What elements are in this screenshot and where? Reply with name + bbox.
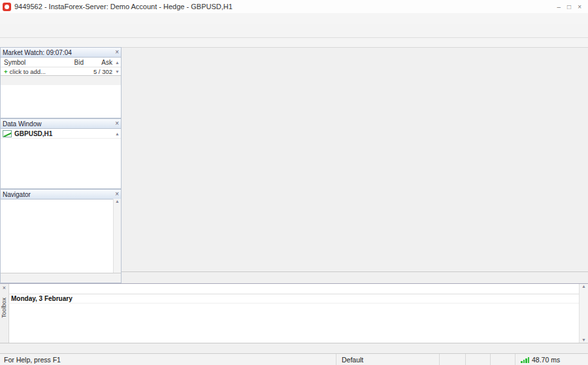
data-window-header[interactable]: Data Window ×: [1, 119, 121, 129]
app-logo-icon: [3, 3, 11, 11]
title-bar: 9449562 - InstaForex-Server: Demo Accoun…: [0, 0, 588, 14]
navigator-panel: Navigator × ▲: [0, 189, 122, 283]
calendar-scrollbar[interactable]: ▲▼: [579, 284, 588, 343]
charts-area: [122, 48, 586, 271]
column-bid[interactable]: Bid: [54, 59, 84, 66]
market-watch-header[interactable]: Market Watch: 09:07:04 ×: [1, 48, 121, 58]
maximize-button[interactable]: □: [567, 3, 571, 10]
scroll-up-icon[interactable]: ▲: [114, 60, 121, 65]
column-ask[interactable]: Ask: [84, 59, 114, 66]
window-controls: – □ ×: [557, 3, 585, 10]
latency-text: 48.70 ms: [532, 356, 560, 364]
column-symbol[interactable]: Symbol: [1, 59, 54, 66]
data-window-title: Data Window: [3, 120, 41, 128]
navigator-close-icon[interactable]: ×: [115, 191, 119, 198]
navigator-header[interactable]: Navigator ×: [1, 190, 121, 200]
close-button[interactable]: ×: [578, 3, 581, 10]
toolbox-label: Toolbox: [1, 298, 7, 318]
scroll-down-icon[interactable]: ▼: [114, 69, 121, 74]
market-watch-panel: Market Watch: 09:07:04 × Symbol Bid Ask …: [0, 47, 122, 118]
symbol-count: 5 / 302: [93, 68, 114, 75]
minimize-button[interactable]: –: [557, 3, 561, 10]
scroll-up-icon[interactable]: ▲: [114, 131, 121, 136]
calendar-group-row: Monday, 3 February: [8, 294, 580, 304]
chart-icon: [3, 130, 12, 137]
connection-signal-icon: [521, 356, 529, 363]
data-window-symbol-row: GBPUSD,H1 ▲: [1, 129, 121, 139]
status-cell-2: [465, 354, 490, 365]
status-profile[interactable]: Default: [336, 354, 439, 365]
market-watch-column-header[interactable]: Symbol Bid Ask ▲: [1, 58, 121, 67]
toolbox-strip: × Toolbox: [0, 284, 9, 343]
navigator-scrollbar[interactable]: ▲: [113, 199, 121, 273]
window-title: 9449562 - InstaForex-Server: Demo Accoun…: [14, 3, 233, 10]
market-watch-close-icon[interactable]: ×: [115, 49, 119, 56]
terminal-window: 9449562 - InstaForex-Server: Demo Accoun…: [0, 0, 588, 365]
add-symbol-label[interactable]: click to add...: [10, 68, 46, 75]
menu-bar: [0, 13, 588, 25]
market-watch-title: Market Watch: 09:07:04: [3, 49, 72, 56]
data-window-close-icon[interactable]: ×: [115, 120, 119, 127]
status-connection[interactable]: 48.70 ms: [515, 354, 588, 365]
navigator-title: Navigator: [3, 191, 31, 198]
status-cell-1: [439, 354, 465, 365]
calendar-table: Monday, 3 February: [8, 284, 580, 343]
data-window-panel: Data Window × GBPUSD,H1 ▲: [0, 118, 122, 189]
status-cell-3: [490, 354, 515, 365]
toolbar: [0, 24, 588, 38]
timeframe-bar: [0, 38, 588, 48]
toolbox-close-icon[interactable]: ×: [0, 284, 8, 292]
chart-tabs-bar: [122, 271, 588, 284]
market-watch-add-row[interactable]: + click to add... 5 / 302 ▼: [1, 67, 121, 75]
status-help-text: For Help, press F1: [0, 356, 336, 364]
add-symbol-icon[interactable]: +: [1, 68, 10, 75]
data-window-symbol: GBPUSD,H1: [14, 130, 52, 137]
toolbox-panel: × Toolbox Monday, 3 February ▲▼: [0, 283, 588, 343]
status-bar: For Help, press F1 Default 48.70 ms: [0, 353, 588, 365]
